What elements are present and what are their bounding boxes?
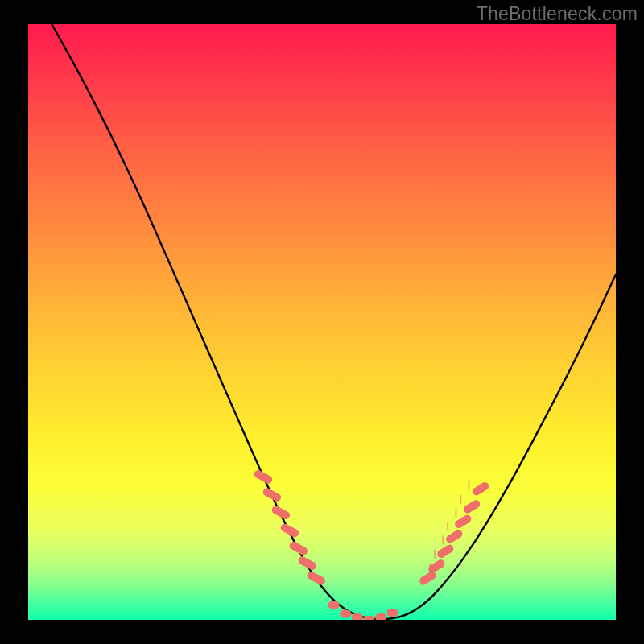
curve-marker [253,469,274,485]
curve-marker [306,570,327,586]
curve-marker [375,613,386,620]
curve-marker [418,570,437,586]
plot-area [28,24,616,620]
curve-marker [436,543,455,559]
watermark-text: TheBottleneck.com [477,3,638,25]
curve-marker [363,616,374,620]
curve-marker [387,609,398,617]
curve-marker [270,505,291,521]
curve-marker [471,481,490,497]
curve-marker [328,601,340,609]
bottleneck-curve [52,24,616,619]
curve-marker [297,555,318,572]
curve-marker [262,487,283,503]
chart-frame: TheBottleneck.com [0,0,644,644]
curve-marker [279,522,300,539]
curve-marker [462,498,481,514]
marker-group [253,469,490,620]
curve-marker [340,610,351,618]
chart-svg [28,24,616,620]
curve-marker [288,540,309,556]
curve-marker [352,613,363,620]
